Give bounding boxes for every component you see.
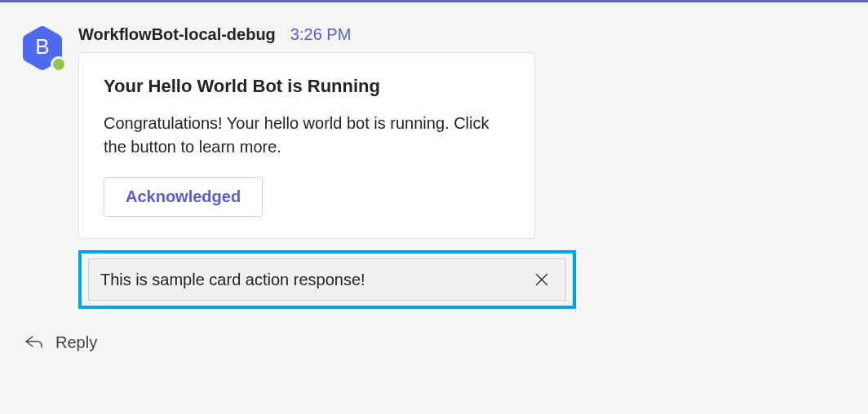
avatar-initial: B	[35, 34, 49, 59]
presence-available-icon	[51, 56, 67, 73]
message-timestamp: 3:26 PM	[290, 25, 351, 44]
close-icon	[533, 271, 551, 288]
message-body: WorkflowBot-local-debug 3:26 PM Your Hel…	[78, 19, 848, 309]
acknowledged-button[interactable]: Acknowledged	[104, 177, 263, 217]
action-response-toast: This is sample card action response!	[88, 258, 566, 301]
adaptive-card: Your Hello World Bot is Running Congratu…	[78, 52, 535, 239]
reply-arrow-icon	[23, 332, 44, 353]
toast-message: This is sample card action response!	[100, 271, 365, 289]
bot-avatar[interactable]: B	[20, 25, 65, 71]
card-title: Your Hello World Bot is Running	[104, 76, 510, 97]
card-body-text: Congratulations! Your hello world bot is…	[104, 112, 510, 159]
reply-button[interactable]: Reply	[23, 332, 848, 353]
message-row: B WorkflowBot-local-debug 3:26 PM Your H…	[20, 19, 848, 309]
reply-label: Reply	[55, 333, 97, 352]
chat-container: B WorkflowBot-local-debug 3:26 PM Your H…	[0, 0, 868, 414]
bot-name[interactable]: WorkflowBot-local-debug	[78, 25, 276, 44]
toast-highlight-box: This is sample card action response!	[78, 250, 576, 309]
message-header: WorkflowBot-local-debug 3:26 PM	[78, 25, 848, 44]
toast-close-button[interactable]	[529, 267, 554, 292]
